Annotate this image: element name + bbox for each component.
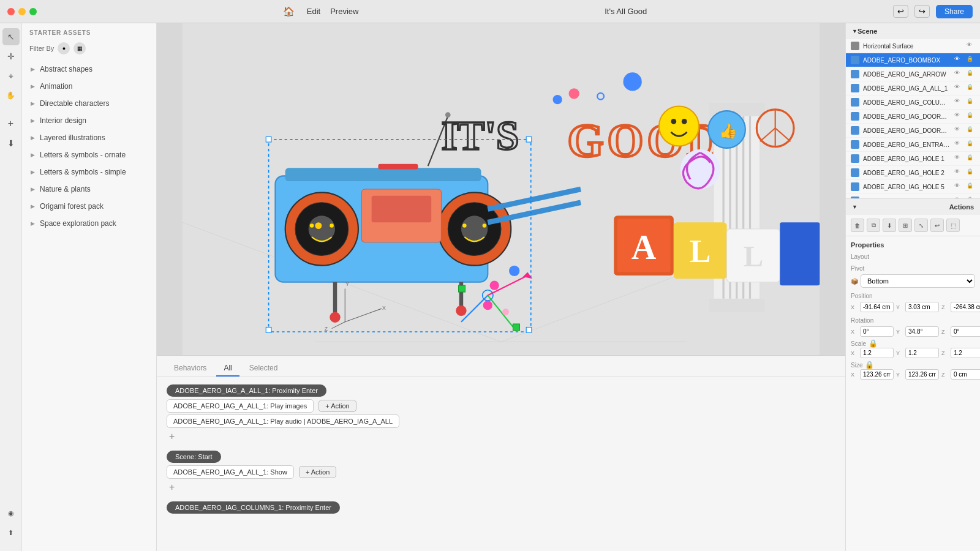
lock-icon[interactable]: 🔒: [967, 70, 975, 78]
home-icon[interactable]: 🏠: [283, 6, 295, 17]
share-button[interactable]: Share: [936, 5, 973, 18]
bottom-tool-1[interactable]: ◉: [2, 504, 20, 522]
lock-icon[interactable]: 🔒: [967, 197, 975, 198]
position-z-input[interactable]: [951, 302, 980, 312]
transform-tool[interactable]: ✛: [2, 48, 20, 65]
add-behavior-1[interactable]: +: [167, 430, 835, 442]
canvas-area[interactable]: IT'S G O O D: [157, 23, 845, 355]
visibility-icon[interactable]: 👁: [954, 126, 963, 135]
scene-item-arrow[interactable]: ADOBE_AERO_IAG_ARROW 👁 🔒: [846, 67, 980, 81]
visibility-icon[interactable]: 👁: [954, 154, 963, 163]
rotation-z-input[interactable]: [951, 326, 980, 337]
position-y-input[interactable]: [905, 302, 939, 312]
add-behavior-2[interactable]: +: [167, 481, 835, 493]
align-action-button[interactable]: ↩: [930, 219, 944, 232]
minimize-button[interactable]: [18, 8, 26, 15]
grid-action-button[interactable]: ⊞: [899, 219, 912, 232]
close-button[interactable]: [7, 8, 15, 15]
scene-item-doorway1[interactable]: ADOBE_AERO_IAG_DOORWA_ 👁 🔒: [846, 110, 980, 124]
add-action-button-2[interactable]: + Action: [299, 466, 336, 478]
anchor-tool[interactable]: ⌖: [2, 67, 20, 84]
lock-icon[interactable]: 🔒: [967, 112, 975, 121]
lock-icon[interactable]: 🔒: [967, 126, 975, 135]
actions-section-header[interactable]: ▼ Actions: [846, 199, 980, 215]
sidebar-item-letters-ornate[interactable]: ▶ Letters & symbols - ornate: [22, 146, 156, 163]
sidebar-item-space[interactable]: ▶ Space exploration pack: [22, 215, 156, 232]
action-box-2[interactable]: ADOBE_AERO_IAG_A_ALL_1: Play audio | ADO…: [167, 414, 399, 428]
visibility-icon[interactable]: 👁: [954, 84, 963, 92]
traffic-lights[interactable]: [7, 8, 37, 15]
add-tool[interactable]: +: [2, 115, 20, 132]
edit-menu[interactable]: Edit: [307, 7, 320, 16]
lock-icon[interactable]: 🔒: [967, 140, 975, 149]
size-lock-icon[interactable]: 🔒: [865, 361, 874, 369]
scene-item-hole5[interactable]: ADOBE_AERO_IAG_HOLE 5 👁 🔒: [846, 180, 980, 194]
sidebar-item-animation[interactable]: ▶ Animation: [22, 78, 156, 95]
scale-x-input[interactable]: [860, 348, 894, 358]
rotation-x-input[interactable]: [860, 326, 894, 337]
more-action-button[interactable]: ⬚: [946, 219, 960, 232]
scene-item-a-all-1[interactable]: ADOBE_AERO_IAG_A_ALL_1 👁 🔒: [846, 81, 980, 96]
download-tool[interactable]: ⬇: [2, 135, 20, 152]
hand-tool[interactable]: ✋: [2, 87, 20, 104]
scale-y-input[interactable]: [905, 348, 939, 358]
undo-button[interactable]: ↩: [893, 5, 908, 18]
preview-menu[interactable]: Preview: [330, 7, 358, 16]
sidebar-item-nature[interactable]: ▶ Nature & plants: [22, 181, 156, 198]
scene-item-boombox[interactable]: ADOBE_AERO_BOOMBOX 👁 🔒: [846, 53, 980, 67]
scene-item-doorway2[interactable]: ADOBE_AERO_IAG_DOORWA_ 👁 🔒: [846, 124, 980, 138]
resize-action-button[interactable]: ⤡: [914, 219, 928, 232]
scene-item-hole2[interactable]: ADOBE_AERO_IAG_HOLE 2 👁 🔒: [846, 166, 980, 180]
duplicate-action-button[interactable]: ⧉: [867, 219, 880, 232]
tab-behaviors[interactable]: Behaviors: [167, 361, 214, 377]
bottom-tool-2[interactable]: ⬆: [2, 524, 20, 541]
sidebar-item-interior[interactable]: ▶ Interior design: [22, 112, 156, 129]
size-y-input[interactable]: [905, 369, 939, 380]
sidebar-item-layered[interactable]: ▶ Layered illustrations: [22, 129, 156, 146]
visibility-icon[interactable]: 👁: [954, 98, 963, 107]
visibility-icon[interactable]: 👁: [954, 56, 963, 64]
maximize-button[interactable]: [29, 8, 37, 15]
visibility-icon[interactable]: 👁: [954, 140, 963, 149]
pivot-select[interactable]: Bottom Center Top: [861, 274, 975, 288]
sidebar-item-letters-simple[interactable]: ▶ Letters & symbols - simple: [22, 163, 156, 181]
scale-lock-icon[interactable]: 🔒: [869, 339, 878, 348]
lock-icon[interactable]: 🔒: [967, 168, 975, 177]
download-action-button[interactable]: ⬇: [883, 219, 896, 232]
lock-icon[interactable]: 🔒: [967, 84, 975, 92]
visibility-icon[interactable]: 👁: [954, 112, 963, 121]
sidebar-item-origami[interactable]: ▶ Origami forest pack: [22, 198, 156, 215]
tab-all[interactable]: All: [216, 361, 239, 377]
redo-button[interactable]: ↪: [914, 5, 930, 18]
sidebar-item-directable[interactable]: ▶ Directable characters: [22, 95, 156, 112]
visibility-icon[interactable]: 👁: [954, 182, 963, 191]
filter-icon-2[interactable]: ▦: [74, 42, 86, 54]
lock-icon[interactable]: 🔒: [967, 56, 975, 64]
visibility-icon[interactable]: 👁: [954, 70, 963, 78]
delete-action-button[interactable]: 🗑: [851, 219, 864, 232]
action-box-1[interactable]: ADOBE_AERO_IAG_A_ALL_1: Play images: [167, 399, 314, 413]
size-x-input[interactable]: [860, 369, 894, 380]
scene-item-column[interactable]: ADOBE_AERO_IAG_COLUMN_ 👁 🔒: [846, 96, 980, 110]
select-tool[interactable]: ↖: [2, 28, 20, 45]
scene-item-hole1[interactable]: ADOBE_AERO_IAG_HOLE 1 👁 🔒: [846, 152, 980, 166]
action-box-3[interactable]: ADOBE_AERO_IAG_A_ALL_1: Show: [167, 465, 294, 479]
sidebar-item-abstract-shapes[interactable]: ▶ Abstract shapes: [22, 61, 156, 78]
lock-icon[interactable]: 🔒: [967, 98, 975, 107]
lock-icon[interactable]: 🔒: [967, 182, 975, 191]
lock-icon[interactable]: 🔒: [967, 154, 975, 163]
filter-icon-1[interactable]: ●: [58, 42, 70, 54]
scene-section-header[interactable]: ▼ Scene: [846, 23, 980, 39]
add-action-button-1[interactable]: + Action: [318, 400, 356, 412]
visibility-icon[interactable]: 👁: [954, 168, 963, 177]
size-z-input[interactable]: [951, 369, 980, 380]
tab-selected[interactable]: Selected: [242, 361, 285, 377]
scale-z-input[interactable]: [951, 348, 980, 358]
scene-item-its[interactable]: ADOBE_AERO_IAG_IT'Sa 👁 🔒: [846, 194, 980, 198]
scene-item-entrance[interactable]: ADOBE_AERO_IAG_ENTRANCE 👁 🔒: [846, 138, 980, 152]
rotation-y-input[interactable]: [905, 326, 939, 337]
scene-item-surface[interactable]: Horizontal Surface 👁: [846, 39, 980, 53]
visibility-icon[interactable]: 👁: [954, 197, 963, 198]
position-x-input[interactable]: [860, 302, 894, 312]
visibility-icon[interactable]: 👁: [967, 42, 975, 50]
